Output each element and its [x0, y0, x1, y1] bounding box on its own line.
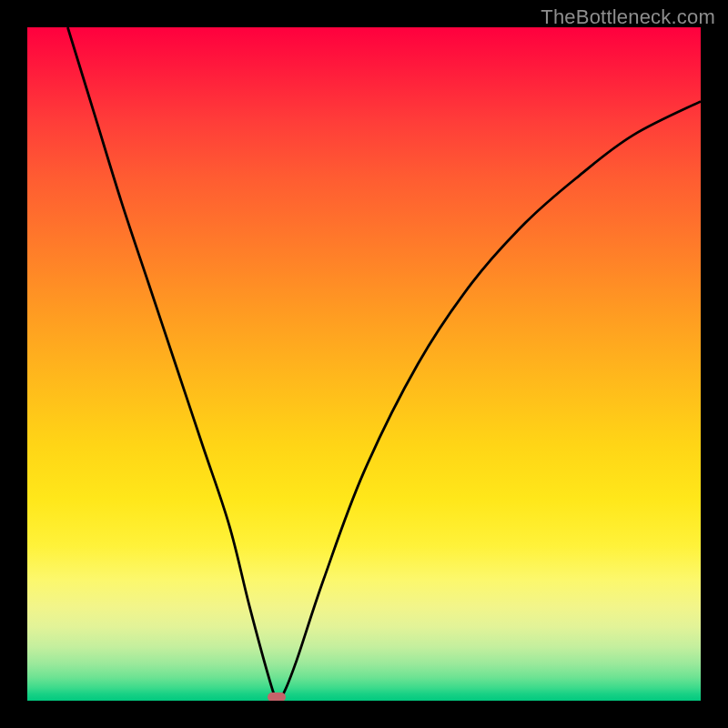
chart-frame: TheBottleneck.com: [0, 0, 728, 728]
attribution-text: TheBottleneck.com: [541, 5, 715, 29]
bottleneck-curve: [27, 27, 701, 701]
plot-area: [27, 27, 701, 701]
minimum-marker: [268, 693, 286, 701]
